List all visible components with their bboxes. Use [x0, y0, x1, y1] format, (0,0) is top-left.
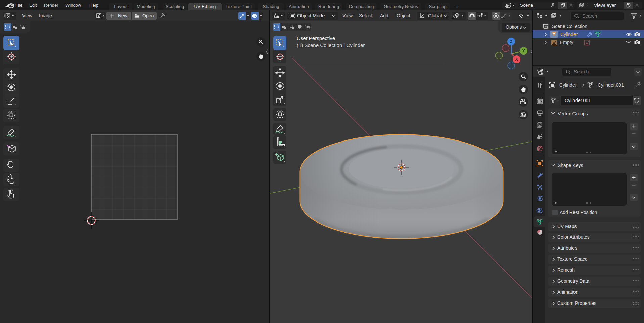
svg-text:Z: Z [510, 39, 512, 44]
svg-text:X: X [515, 57, 518, 62]
svg-text:Y: Y [522, 49, 525, 53]
